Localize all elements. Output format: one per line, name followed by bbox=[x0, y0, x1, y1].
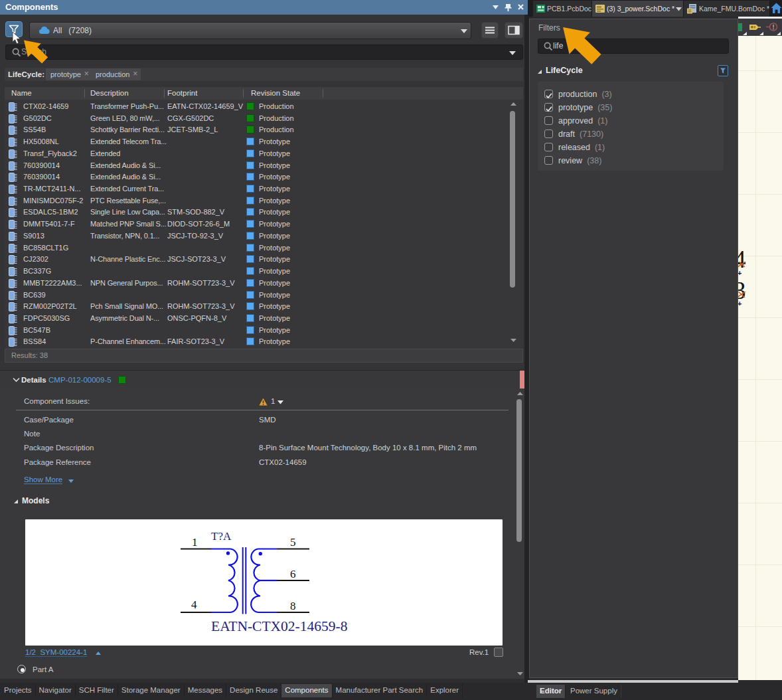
svg-text:6: 6 bbox=[290, 568, 296, 580]
svg-text:T?A: T?A bbox=[211, 530, 232, 543]
svg-text:8: 8 bbox=[290, 600, 296, 612]
svg-text:5: 5 bbox=[290, 536, 296, 549]
svg-text:4: 4 bbox=[191, 598, 197, 611]
svg-text:EATN-CTX02-14659-8: EATN-CTX02-14659-8 bbox=[211, 618, 347, 634]
svg-text:1: 1 bbox=[192, 536, 198, 549]
